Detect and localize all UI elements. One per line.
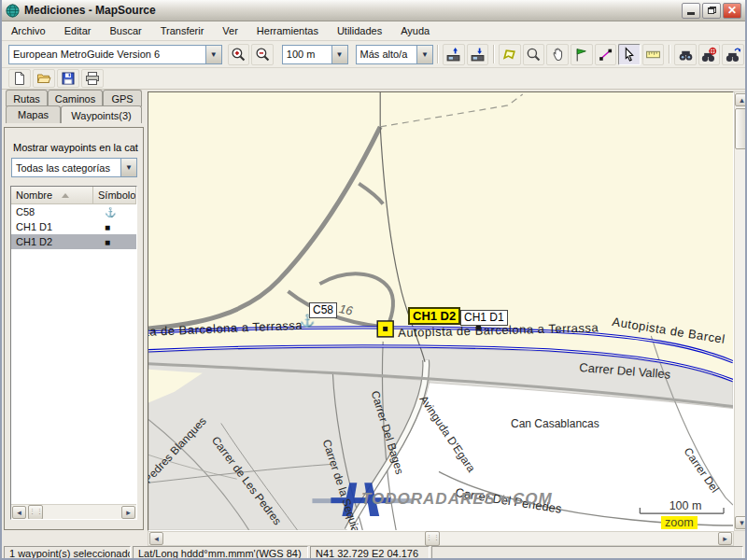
minimize-button[interactable] — [682, 3, 700, 19]
menu-ayuda[interactable]: Ayuda — [391, 22, 439, 39]
map-horizontal-scrollbar[interactable]: ◂ ⋮⋮ ▸ — [148, 531, 734, 546]
scroll-right-button[interactable]: ▸ — [121, 506, 135, 519]
chevron-down-icon[interactable]: ▼ — [120, 159, 136, 176]
open-file-button[interactable] — [33, 69, 55, 88]
scroll-down-button[interactable]: ▾ — [735, 516, 747, 529]
menu-editar[interactable]: Editar — [55, 22, 101, 39]
minimize-icon — [687, 12, 695, 15]
zoom-in-icon — [231, 47, 247, 63]
close-icon: ✕ — [727, 5, 737, 16]
new-document-icon — [12, 71, 27, 86]
receive-from-device-icon — [470, 47, 486, 63]
position-format-status: Lat/Long hddd°mm.mmm'(WGS 84) — [133, 546, 308, 560]
cursor-coordinates: N41 32.729 E2 04.176 — [310, 546, 430, 560]
map-select-tool-button[interactable] — [499, 44, 521, 65]
scroll-up-button[interactable]: ▴ — [735, 93, 747, 106]
column-header-simbolo[interactable]: Símbolo — [93, 187, 136, 203]
waypoints-panel: Mostrar waypoints en la cat Todas las ca… — [4, 127, 144, 530]
scrollbar-thumb[interactable]: ⋮⋮ — [28, 505, 43, 520]
tab-rutas[interactable]: Rutas — [6, 90, 48, 106]
menu-ver[interactable]: Ver — [213, 22, 247, 39]
mapsource-window: Mediciones - MapSource ✕ Archivo Editar … — [0, 0, 747, 560]
send-to-device-button[interactable] — [443, 44, 465, 65]
find-button[interactable] — [674, 44, 697, 65]
waypoint-tool-button[interactable] — [571, 44, 593, 65]
cursor-arrow-icon — [621, 47, 637, 63]
table-row[interactable]: C58 ⚓ — [11, 204, 136, 219]
left-panel: Rutas Caminos GPS Mapas Waypoints(3) Mos… — [4, 90, 146, 532]
column-header-nombre[interactable]: Nombre — [11, 187, 93, 203]
map-polygon-icon — [501, 47, 517, 63]
chevron-down-icon[interactable]: ▼ — [205, 46, 221, 63]
print-button[interactable] — [81, 69, 104, 88]
selection-tool-button[interactable] — [618, 44, 641, 65]
file-toolbar — [2, 68, 745, 90]
open-folder-icon — [36, 71, 51, 86]
menu-archivo[interactable]: Archivo — [2, 22, 55, 39]
hand-icon — [550, 47, 566, 63]
chevron-down-icon[interactable]: ▼ — [331, 46, 347, 63]
scroll-left-button[interactable]: ◂ — [12, 506, 26, 519]
scrollbar-thumb[interactable] — [735, 108, 747, 149]
close-button[interactable]: ✕ — [723, 3, 741, 19]
save-button[interactable] — [57, 69, 79, 88]
route-tool-button[interactable] — [595, 44, 617, 65]
pan-tool-button[interactable] — [546, 44, 569, 65]
anchor-icon: ⚓ — [300, 314, 315, 328]
restore-icon — [708, 7, 716, 14]
waypoint-label-ch1-d2-selected[interactable]: CH1 D2 — [408, 307, 460, 325]
table-header: Nombre Símbolo — [11, 187, 136, 204]
find-nearest-button[interactable] — [698, 44, 721, 65]
square-icon: ■ — [93, 237, 136, 247]
new-document-button[interactable] — [8, 69, 31, 88]
table-row-selected[interactable]: CH1 D2 ■ — [11, 234, 136, 249]
title-bar[interactable]: Mediciones - MapSource ✕ — [2, 0, 745, 21]
map-detail-dropdown[interactable]: Más alto/a ▼ — [356, 45, 433, 64]
find-recent-button[interactable] — [722, 44, 744, 65]
map-scale-dropdown[interactable]: 100 m ▼ — [282, 45, 348, 64]
table-horizontal-scrollbar[interactable]: ◂ ⋮⋮ ▸ — [11, 504, 136, 519]
map-view[interactable]: Autopista de Barcelona a Terrassa Autopi… — [148, 91, 734, 531]
printer-icon — [85, 71, 100, 86]
route-icon — [598, 47, 613, 63]
menu-transferir[interactable]: Transferir — [151, 22, 214, 39]
tab-caminos[interactable]: Caminos — [48, 90, 103, 106]
menu-bar: Archivo Editar Buscar Transferir Ver Her… — [2, 21, 745, 41]
waypoint-label-ch1-d1[interactable]: CH1 D1 — [460, 310, 508, 326]
zoom-in-button[interactable] — [228, 44, 250, 65]
main-toolbar: European MetroGuide Version 6 ▼ 100 m ▼ … — [2, 41, 745, 68]
map-product-dropdown[interactable]: European MetroGuide Version 6 ▼ — [8, 45, 222, 64]
zoom-out-icon — [255, 47, 271, 63]
globe-icon — [6, 4, 20, 18]
status-bar: 1 waypoint(s) seleccionado Lat/Long hddd… — [2, 546, 745, 560]
square-icon: ■ — [93, 222, 136, 232]
binoculars-history-icon — [726, 47, 741, 63]
binoculars-icon — [678, 47, 694, 63]
scroll-right-button[interactable]: ▸ — [718, 532, 732, 545]
receive-from-device-button[interactable] — [467, 44, 489, 65]
table-row[interactable]: CH1 D1 ■ — [11, 219, 136, 234]
tab-gps[interactable]: GPS — [103, 90, 142, 106]
tab-waypoints[interactable]: Waypoints(3) — [61, 105, 142, 123]
menu-utilidades[interactable]: Utilidades — [328, 22, 391, 39]
flag-icon — [573, 47, 589, 63]
restore-button[interactable] — [702, 3, 721, 19]
category-dropdown[interactable]: Todas las categorías ▼ — [11, 158, 137, 177]
menu-herramientas[interactable]: Herramientas — [247, 22, 328, 39]
chevron-down-icon[interactable]: ▼ — [416, 46, 432, 63]
selection-status: 1 waypoint(s) seleccionado — [4, 546, 131, 560]
zoom-highlight-label[interactable]: zoom — [661, 516, 698, 529]
scroll-left-button[interactable]: ◂ — [149, 532, 163, 545]
measure-tool-button[interactable] — [642, 44, 665, 65]
radar-speaker-icon — [497, 493, 512, 506]
watermark: TODORADARES COM — [361, 490, 553, 509]
zoom-out-button[interactable] — [251, 44, 274, 65]
zoom-tool-button[interactable] — [523, 44, 545, 65]
scrollbar-thumb[interactable]: ⋮⋮ — [425, 531, 440, 546]
tab-mapas[interactable]: Mapas — [6, 105, 61, 123]
binoculars-target-icon — [701, 47, 717, 63]
waypoint-table: Nombre Símbolo C58 ⚓ CH1 D1 ■ CH1 D2 — [10, 186, 137, 520]
map-vertical-scrollbar[interactable]: ▴ ▾ — [734, 91, 747, 531]
magnifier-icon — [526, 47, 542, 63]
menu-buscar[interactable]: Buscar — [100, 22, 150, 39]
